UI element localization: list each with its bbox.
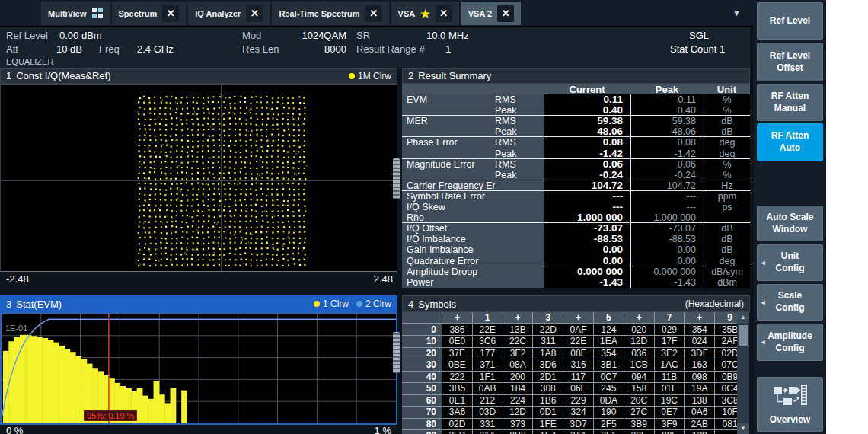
current-value: -73.07 <box>544 223 630 234</box>
window3-title: Stat(EVM) <box>16 298 62 310</box>
softkey-ref-level[interactable]: Ref Level <box>757 2 823 40</box>
window4-title: Symbols <box>418 298 456 310</box>
hex-symbol-cell: 020 <box>624 324 654 336</box>
hex-symbol-cell: 245 <box>594 383 624 394</box>
softkey-unit-config[interactable]: ◂UnitConfig <box>757 244 823 281</box>
window3-stat-evm-header[interactable]: 3 Stat(EVM) 1 Clrw2 Clrw <box>0 295 397 312</box>
scroll-down-icon[interactable]: ▼ <box>737 423 749 434</box>
hex-column-header: 7 <box>655 312 685 323</box>
evm-histogram-plot[interactable]: 1E-01 95%: 0.19 % <box>0 312 397 425</box>
hex-symbol-cell: 0AB <box>473 383 503 394</box>
peak-value: -0.24 <box>630 170 704 180</box>
window2-result-summary-header[interactable]: 2 Result Summary <box>402 68 750 84</box>
softkey-auto-scale-window[interactable]: Auto ScaleWindow <box>757 206 823 241</box>
scrollbar-thumb[interactable] <box>739 325 748 346</box>
softkey-scale-config[interactable]: ◂ScaleConfig <box>757 284 823 321</box>
softkey-amplitude-config[interactable]: ◂AmplitudeConfig <box>757 324 823 361</box>
hex-symbol-cell: 22E <box>473 324 503 336</box>
result-summary-table: CurrentPeakUnitEVMRMS0.110.11%Peak0.400.… <box>402 84 750 288</box>
peak-value: 0.06 <box>630 159 704 170</box>
row-sublabel <box>495 234 544 244</box>
freq-value[interactable]: 2.4 GHz <box>137 43 174 55</box>
hex-symbol-cell: 098 <box>685 372 714 383</box>
result-range-label: Result Range # <box>356 43 425 55</box>
tab-real-time-spectrum[interactable]: Real-Time Spectrum✕ <box>272 2 388 25</box>
hex-symbol-cell: 2D1 <box>533 372 563 383</box>
constellation-x-axis: -2.48 2.48 <box>0 272 397 294</box>
unit-value: dB <box>704 223 750 234</box>
close-icon[interactable]: ✕ <box>365 5 382 22</box>
hex-column-header: 3 <box>533 312 563 323</box>
ref-level-value[interactable]: 0.00 dBm <box>59 30 102 41</box>
current-value: 0.06 <box>544 159 630 170</box>
hex-symbol-cell: 0D1 <box>533 407 563 418</box>
peak-value: 48.06 <box>630 126 704 137</box>
row-label: Quadrature Error <box>402 256 495 266</box>
hex-symbol-cell: 251 <box>594 430 624 434</box>
softkey-overview[interactable]: Overview <box>757 377 823 432</box>
hex-symbol-cell: 0DA <box>594 395 624 407</box>
hex-symbol-cell: 308 <box>533 383 563 394</box>
tab-overflow-chevron-down-icon[interactable]: ▼ <box>732 8 741 18</box>
row-label: Carrier Frequency Error <box>402 180 495 191</box>
current-value: 48.06 <box>544 126 630 137</box>
softkey-ref-level-offset[interactable]: Ref LevelOffset <box>757 43 823 81</box>
close-icon[interactable]: ✕ <box>436 5 452 22</box>
hex-symbol-cell: 3C6 <box>473 336 503 347</box>
hex-symbol-cell: 3B5 <box>442 383 472 394</box>
hex-column-header: + <box>442 312 472 323</box>
unit-value: dB <box>704 126 750 137</box>
window4-symbols-header[interactable]: 4 Symbols (Hexadecimal) <box>402 295 750 312</box>
tab-spectrum[interactable]: Spectrum✕ <box>112 2 187 25</box>
scroll-up-icon[interactable]: ▲ <box>737 312 749 323</box>
tab-multiview[interactable]: MultiView <box>41 2 110 25</box>
hex-symbol-cell: 3F9 <box>655 419 685 430</box>
symbols-scrollbar[interactable]: ▲ ▼ <box>737 312 749 434</box>
ref-level-label: Ref Level <box>6 30 48 41</box>
close-icon[interactable]: ✕ <box>246 5 263 22</box>
close-icon[interactable]: ✕ <box>162 5 179 22</box>
hex-symbol-cell: 19A <box>685 383 714 394</box>
hex-symbol-cell: 373 <box>503 419 533 430</box>
res-len-value[interactable]: 8000 <box>289 43 346 55</box>
softkey-rf-atten-manual[interactable]: RF AttenManual <box>757 84 823 121</box>
unit-value: ppm <box>704 191 750 202</box>
hex-symbol-cell: 229 <box>563 395 593 407</box>
row-label <box>402 126 495 137</box>
unit-value: deg <box>704 137 750 148</box>
hex-symbol-cell: 094 <box>624 372 654 383</box>
tab-iq-analyzer[interactable]: IQ Analyzer✕ <box>188 2 270 25</box>
unit-value <box>704 212 750 223</box>
softkey-label: Manual <box>774 103 806 115</box>
unit-value: dB <box>704 244 750 255</box>
sweep-mode-sgl[interactable]: SGL <box>689 30 709 41</box>
constellation-plot[interactable] <box>0 84 397 272</box>
pane-splitter-handle[interactable] <box>393 332 400 373</box>
tab-label: VSA <box>398 9 416 18</box>
hex-symbol-cell: 27C <box>624 407 654 418</box>
tab-vsa-2[interactable]: VSA 2✕ <box>461 2 521 25</box>
tab-label: VSA 2 <box>468 9 492 18</box>
current-value: -1.42 <box>544 148 630 159</box>
mod-value[interactable]: 1024QAM <box>289 30 346 41</box>
row-sublabel: RMS <box>495 94 544 105</box>
softkey-rf-atten-auto[interactable]: RF AttenAuto <box>757 123 823 161</box>
window1-const-iq-header[interactable]: 1 Const I/Q(Meas&Ref) 1M Clrw <box>0 68 397 84</box>
legend-entry: 1 Clrw <box>314 298 349 309</box>
hex-symbol-cell: 0C7 <box>594 372 624 383</box>
row-sublabel <box>495 212 544 223</box>
peak-value: 1.000 000 <box>630 212 704 223</box>
close-icon[interactable]: ✕ <box>497 5 514 22</box>
multiview-grid-icon <box>92 8 103 20</box>
hex-column-header: 5 <box>594 312 624 323</box>
hex-row-address: 70 <box>402 407 442 418</box>
hex-symbol-cell: 200 <box>503 372 533 383</box>
att-value[interactable]: 10 dB <box>46 43 82 55</box>
pane-splitter-handle[interactable] <box>393 158 400 199</box>
tab-vsa[interactable]: VSA★✕ <box>391 2 459 25</box>
triangle-left-icon: ◂ <box>761 298 765 307</box>
hex-symbol-cell: 354 <box>685 324 714 336</box>
sr-value[interactable]: 10.0 MHz <box>426 30 469 41</box>
result-range-value[interactable]: 1 <box>445 43 451 55</box>
percentile-marker-label: 95%: 0.19 % <box>84 410 137 421</box>
